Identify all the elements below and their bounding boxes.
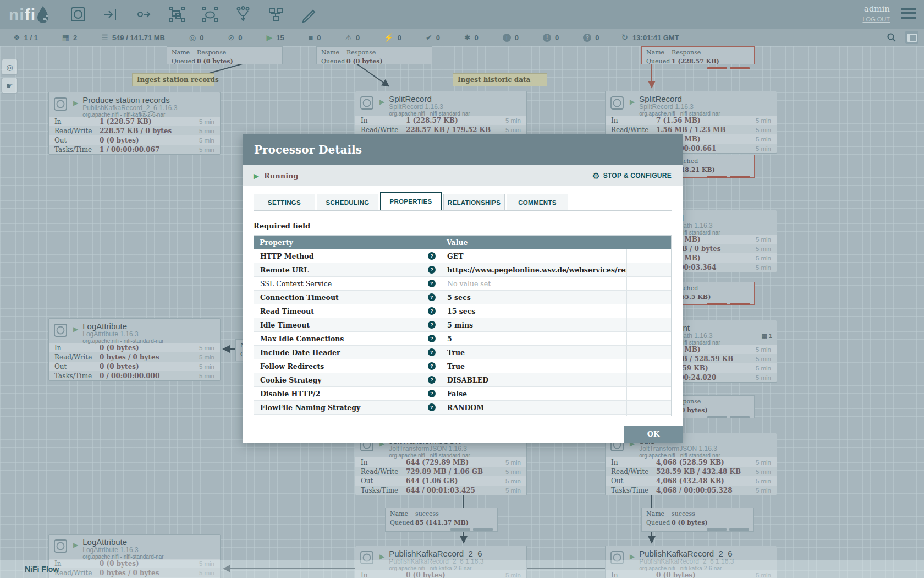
sync-failure-versioned-count: 0 (595, 34, 599, 42)
processor-type: LogAttribute 1.16.3 (82, 331, 163, 338)
tab-properties[interactable]: PROPERTIES (380, 192, 442, 210)
stat-row: Out4,068 (432.48 KB)5 min (606, 476, 777, 486)
search-icon[interactable] (887, 32, 897, 42)
processor-title: SplitRecord (639, 95, 720, 103)
tab-scheduling[interactable]: SCHEDULING (317, 194, 378, 210)
stale-versioned-count: 0 (515, 34, 519, 42)
locally-modified-versioned: ✱0 (464, 33, 479, 42)
stop-and-configure-button[interactable]: ⚙ STOP & CONFIGURE (592, 171, 672, 181)
last-refresh-time: 13:01:41 GMT (632, 34, 679, 42)
tab-comments[interactable]: COMMENTS (507, 194, 568, 210)
property-value: https://www.pegelonline.wsv.de/webservic… (447, 266, 626, 274)
stat-row: Tasks/Time644 / 00:01:03.4255 min (355, 486, 526, 495)
refresh-status: ↻ 13:01:41 GMT (622, 32, 679, 42)
tab-settings[interactable]: SETTINGS (254, 194, 315, 210)
processor-bundle: org.apache.nifi - nifi-kafka-2-6-nar (82, 112, 177, 118)
template-tool-icon[interactable] (267, 5, 285, 24)
not-transmitting-remote-groups-count: 0 (238, 34, 242, 42)
property-column-header: Property (254, 238, 441, 247)
help-icon[interactable]: ? (428, 293, 436, 301)
help-icon[interactable]: ? (428, 362, 436, 370)
property-row: Follow Redirects?True (254, 359, 671, 373)
property-value: GET (447, 252, 464, 260)
queue-count-bar (730, 176, 750, 178)
navigate-palette-button[interactable]: ◎ (2, 59, 18, 75)
queue-size-bar (707, 303, 727, 305)
stat-row: Read/Write528.59 KB / 432.48 KB5 min (606, 467, 777, 476)
property-name: HTTP Method (260, 252, 428, 260)
dialog-tabs: SETTINGSSCHEDULINGPROPERTIESRELATIONSHIP… (254, 194, 672, 211)
funnel-tool-icon[interactable] (234, 5, 252, 24)
property-value: 5 (447, 335, 452, 343)
connection-label[interactable]: NameResponseQueued0 (0 bytes) (316, 46, 432, 64)
asterisk-icon: ✱ (464, 33, 471, 42)
help-icon[interactable]: ? (428, 266, 436, 274)
help-icon[interactable]: ? (428, 307, 436, 315)
property-row: Connection Timeout?5 secs (254, 290, 671, 304)
transmit-icon: ◎ (189, 33, 196, 42)
logout-link[interactable]: LOG OUT (862, 16, 890, 23)
running-icon: ▶ (254, 172, 259, 180)
breadcrumb[interactable]: NiFi Flow (25, 565, 59, 574)
not-transmitting-remote-groups: ⊘0 (228, 33, 242, 42)
panel-toggle-button[interactable] (905, 31, 919, 44)
required-field-note: Required field (254, 222, 672, 230)
running-icon: ▶ (630, 98, 635, 106)
global-menu-button[interactable] (901, 8, 916, 21)
property-row: Disable HTTP/2?False (254, 386, 671, 400)
processor-produce-station-records[interactable]: ▶Produce station recordsPublishKafkaReco… (48, 92, 221, 155)
processor-bundle: org.apache.nifi - nifi-standard-nar (82, 338, 163, 344)
sync-failure-versioned: ?0 (583, 34, 599, 42)
process-group-tool-icon[interactable] (168, 5, 186, 24)
no-transmit-icon: ⊘ (228, 33, 234, 42)
stat-row: Tasks/Time4,068 / 00:00:05.3285 min (606, 486, 777, 495)
processor-title: LogAttribute (82, 538, 163, 547)
help-icon[interactable]: ? (428, 390, 436, 397)
running-components-count: 15 (276, 34, 284, 42)
property-value: True (447, 362, 465, 370)
property-name: SSL Context Service (260, 280, 428, 288)
connection-label[interactable]: NameResponseQueued1 (228.57 KB) (641, 46, 755, 64)
property-row: HTTP Method?GET (254, 249, 671, 263)
processor-tool-icon[interactable] (69, 5, 87, 24)
help-icon[interactable]: ? (428, 348, 436, 356)
queue-size-bar (707, 176, 727, 178)
processor-icon (53, 323, 68, 340)
property-name: Read Timeout (260, 307, 428, 315)
disabled-components: ⚡0 (384, 33, 402, 42)
property-row: Remote URL?https://www.pegelonline.wsv.d… (254, 263, 671, 276)
remote-process-group-tool-icon[interactable] (201, 5, 219, 24)
disabled-components-count: 0 (398, 34, 402, 42)
connection-label[interactable]: NameResponseQueued0 (0 bytes) (167, 46, 283, 64)
modified-stale-versioned-count: 0 (555, 34, 559, 42)
panel-icon (908, 34, 917, 42)
property-row: Cookie Strategy?DISABLED (254, 373, 671, 386)
operate-palette-button[interactable]: ☛ (2, 78, 18, 94)
help-icon[interactable]: ? (428, 280, 436, 287)
canvas-label[interactable]: Ingest station records (132, 73, 215, 86)
connection-queued: 1 (228.57 KB) (672, 57, 719, 66)
output-port-tool-icon[interactable] (135, 5, 153, 24)
property-value: No value set (447, 280, 491, 288)
running-icon: ▶ (73, 99, 78, 107)
queue-count-bar (730, 303, 750, 305)
help-icon[interactable]: ? (428, 376, 436, 384)
connection-label[interactable]: NamesuccessQueued85 (141.37 MB) (385, 508, 498, 532)
tab-relationships[interactable]: RELATIONSHIPS (443, 194, 505, 210)
ok-button[interactable]: OK (624, 426, 683, 443)
label-tool-icon[interactable] (300, 5, 318, 24)
dialog-state-bar: ▶ Running ⚙ STOP & CONFIGURE (243, 165, 683, 186)
connection-label[interactable]: NamesuccessQueued0 (0 bytes) (641, 508, 754, 532)
help-icon[interactable]: ? (428, 321, 436, 329)
processor-title: PublishKafkaRecord_2_6 (639, 549, 734, 558)
processor-logattribute[interactable]: ▶LogAttributeLogAttribute 1.16.3org.apac… (48, 318, 221, 381)
property-value: True (447, 348, 465, 357)
stat-row: Out644 (1.06 GB)5 min (355, 476, 526, 486)
input-port-tool-icon[interactable] (102, 5, 120, 24)
help-icon[interactable]: ? (428, 252, 436, 260)
help-icon[interactable]: ? (428, 403, 436, 411)
property-value: 5 mins (447, 321, 473, 329)
canvas-label[interactable]: Ingest historic data (453, 73, 547, 86)
refresh-icon[interactable]: ↻ (622, 32, 629, 42)
help-icon[interactable]: ? (428, 335, 436, 342)
